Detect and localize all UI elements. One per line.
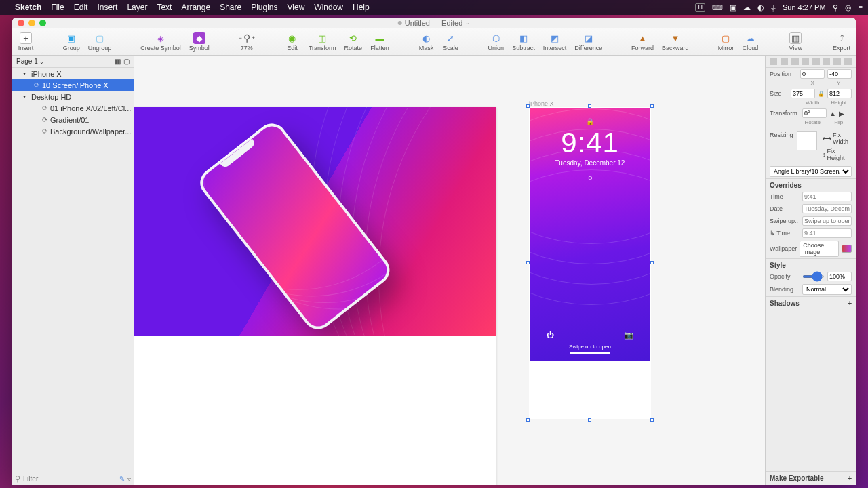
status-spotlight-icon[interactable]: ⚲ xyxy=(833,3,838,12)
tool-mirror[interactable]: ▢Mirror xyxy=(717,32,734,52)
tool-zoom[interactable]: −⚲+ 77% xyxy=(239,33,256,52)
tool-cloud[interactable]: ☁Cloud xyxy=(742,32,758,52)
fix-width-toggle[interactable]: ⟷Fix Width xyxy=(823,131,852,145)
resizing-control[interactable] xyxy=(797,131,817,150)
layer-panel-icons[interactable]: ▦▢ xyxy=(115,58,130,65)
tool-scale[interactable]: ⤢Scale xyxy=(442,32,458,52)
add-export-icon[interactable]: + xyxy=(848,474,852,482)
tool-backward[interactable]: ▼Backward xyxy=(662,32,689,52)
override-swipe-input[interactable] xyxy=(802,216,852,226)
tool-create-symbol[interactable]: ◈Create Symbol xyxy=(140,32,181,52)
artboard-desktop-hd[interactable] xyxy=(134,107,496,485)
tool-group[interactable]: ▣Group xyxy=(63,32,80,52)
handle-br[interactable] xyxy=(650,418,654,422)
handle-tr[interactable] xyxy=(650,104,654,108)
status-notification-icon[interactable]: ≡ xyxy=(859,3,863,12)
layer-filter-input[interactable] xyxy=(23,475,117,483)
symbol-icon: ⟳ xyxy=(42,127,47,135)
status-wifi-icon[interactable]: ⏚ xyxy=(771,3,776,12)
layer-child-0[interactable]: ⟳01 iPhone X/02/Left/Cl... xyxy=(12,102,134,114)
status-clock[interactable]: Sun 4:27 PM xyxy=(783,3,826,12)
shadows-header: Shadows xyxy=(770,300,800,307)
layer-child-2[interactable]: ⟳Background/Wallpaper... xyxy=(12,125,134,137)
tool-difference[interactable]: ◪Difference xyxy=(574,32,602,52)
tool-symbol[interactable]: ◆Symbol xyxy=(189,32,210,52)
opacity-input[interactable] xyxy=(827,272,852,281)
layer-desktop-hd[interactable]: ▾Desktop HD xyxy=(12,91,134,102)
flip-v-icon[interactable]: ▶ xyxy=(839,110,844,117)
override-time-input[interactable] xyxy=(802,192,852,201)
filter-icon[interactable]: ✎ xyxy=(119,475,125,483)
menu-help[interactable]: Help xyxy=(353,3,370,12)
menu-file[interactable]: File xyxy=(51,3,64,12)
make-exportable-header[interactable]: Make Exportable xyxy=(770,474,823,482)
add-shadow-icon[interactable]: + xyxy=(848,300,852,307)
status-dropbox-icon[interactable]: ☁ xyxy=(743,3,751,12)
handle-bc[interactable] xyxy=(588,418,591,422)
artboard-iphone-x[interactable]: iPhone X 🔒 9:41 Tuesday, December 12 ⊝ xyxy=(529,107,651,419)
layer-iphonex[interactable]: ▾iPhone X xyxy=(12,68,134,79)
tool-view[interactable]: ▥View xyxy=(787,32,804,52)
handle-bl[interactable] xyxy=(526,418,530,422)
tool-forward[interactable]: ▲Forward xyxy=(631,32,654,52)
handle-rc[interactable] xyxy=(650,261,654,264)
layer-selected[interactable]: ⟳10 Screen/iPhone X xyxy=(12,79,134,91)
tool-edit[interactable]: ◉Edit xyxy=(284,32,300,52)
fix-height-toggle[interactable]: ↕Fix Height xyxy=(823,148,852,161)
window-minimize-button[interactable] xyxy=(28,20,35,26)
window-titlebar[interactable]: Untitled — Edited⌄ xyxy=(12,18,856,28)
app-name[interactable]: Sketch xyxy=(15,3,41,12)
override-subtime-input[interactable] xyxy=(802,228,852,238)
menu-share[interactable]: Share xyxy=(220,3,241,12)
window-close-button[interactable] xyxy=(18,20,24,26)
window-zoom-button[interactable] xyxy=(39,20,46,26)
align-controls[interactable] xyxy=(766,56,856,68)
tool-ungroup[interactable]: ▢Ungroup xyxy=(88,32,112,52)
tool-union[interactable]: ⬡Union xyxy=(488,32,504,52)
menu-arrange[interactable]: Arrange xyxy=(181,3,210,12)
status-sync-icon[interactable]: ◐ xyxy=(757,3,764,12)
canvas[interactable]: iPhone X 🔒 9:41 Tuesday, December 12 ⊝ xyxy=(134,56,765,485)
opacity-slider[interactable] xyxy=(802,275,825,278)
status-siri-icon[interactable]: ◎ xyxy=(845,3,852,12)
rotate-input[interactable] xyxy=(802,108,827,118)
menu-plugins[interactable]: Plugins xyxy=(251,3,277,12)
sketch-window: Untitled — Edited⌄ +Insert ▣Group ▢Ungro… xyxy=(12,18,856,485)
height-input[interactable] xyxy=(827,89,852,98)
override-date-input[interactable] xyxy=(802,204,852,214)
tool-rotate[interactable]: ⟲Rotate xyxy=(344,32,363,52)
flip-h-icon[interactable]: ▲ xyxy=(829,110,836,117)
menu-window[interactable]: Window xyxy=(314,3,343,12)
tool-insert[interactable]: +Insert xyxy=(18,32,34,52)
menu-edit[interactable]: Edit xyxy=(74,3,88,12)
tool-export[interactable]: ⤴Export xyxy=(833,32,850,52)
handle-lc[interactable] xyxy=(526,261,530,264)
symbol-instance-select[interactable]: Angle Library/10 Screen/iPhone X xyxy=(770,166,852,177)
page-selector[interactable]: Page 1 ⌄ xyxy=(16,58,44,65)
status-user[interactable]: H xyxy=(695,3,705,12)
status-keyboard-icon[interactable]: ⌨ xyxy=(712,3,723,12)
width-input[interactable] xyxy=(791,89,815,98)
symbol-icon: ⟳ xyxy=(42,116,47,123)
status-battery-icon[interactable]: ▣ xyxy=(730,3,736,12)
position-y-input[interactable] xyxy=(827,69,852,79)
filter-icon-2[interactable]: ▿ xyxy=(127,475,131,483)
tool-transform[interactable]: ◫Transform xyxy=(309,32,336,52)
position-x-input[interactable] xyxy=(800,69,825,79)
menu-text[interactable]: Text xyxy=(157,3,172,12)
blending-select[interactable]: Normal xyxy=(802,284,852,295)
tool-flatten[interactable]: ▬Flatten xyxy=(370,32,389,52)
menu-layer[interactable]: Layer xyxy=(127,3,147,12)
handle-tc[interactable] xyxy=(588,104,591,108)
wallpaper-swatch[interactable] xyxy=(842,245,852,253)
menu-insert[interactable]: Insert xyxy=(97,3,117,12)
tool-mask[interactable]: ◐Mask xyxy=(418,32,434,52)
handle-tl[interactable] xyxy=(526,104,530,108)
override-wallpaper-button[interactable]: Choose Image xyxy=(800,241,839,257)
menu-view[interactable]: View xyxy=(288,3,305,12)
title-dropdown-icon[interactable]: ⌄ xyxy=(465,20,470,26)
lock-aspect-icon[interactable]: 🔒 xyxy=(818,91,825,97)
layer-child-1[interactable]: ⟳Gradient/01 xyxy=(12,114,134,125)
tool-subtract[interactable]: ◧Subtract xyxy=(512,32,535,52)
tool-intersect[interactable]: ◩Intersect xyxy=(543,32,567,52)
